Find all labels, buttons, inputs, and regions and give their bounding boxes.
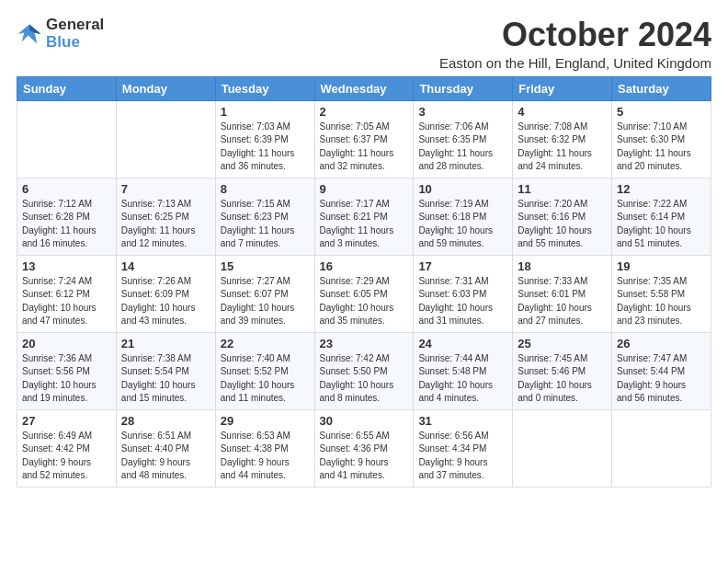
calendar-week-row-3: 13Sunrise: 7:24 AM Sunset: 6:12 PM Dayli… — [17, 255, 711, 332]
calendar-week-row-5: 27Sunrise: 6:49 AM Sunset: 4:42 PM Dayli… — [17, 409, 711, 487]
day-number: 5 — [617, 105, 706, 119]
day-info: Sunrise: 7:08 AM Sunset: 6:32 PM Dayligh… — [518, 121, 607, 174]
calendar-cell: 6Sunrise: 7:12 AM Sunset: 6:28 PM Daylig… — [17, 178, 117, 255]
day-number: 24 — [418, 337, 507, 350]
calendar-cell: 25Sunrise: 7:45 AM Sunset: 5:46 PM Dayli… — [513, 332, 612, 409]
day-info: Sunrise: 7:13 AM Sunset: 6:25 PM Dayligh… — [121, 198, 210, 251]
day-info: Sunrise: 7:05 AM Sunset: 6:37 PM Dayligh… — [320, 121, 409, 174]
calendar-week-row-2: 6Sunrise: 7:12 AM Sunset: 6:28 PM Daylig… — [17, 178, 711, 255]
day-number: 16 — [320, 259, 409, 273]
day-number: 26 — [617, 337, 706, 350]
logo: General Blue — [17, 17, 104, 51]
day-info: Sunrise: 7:35 AM Sunset: 5:58 PM Dayligh… — [617, 275, 706, 328]
calendar-week-row-1: 1Sunrise: 7:03 AM Sunset: 6:39 PM Daylig… — [17, 100, 711, 178]
calendar-cell: 20Sunrise: 7:36 AM Sunset: 5:56 PM Dayli… — [17, 332, 117, 409]
calendar-cell: 31Sunrise: 6:56 AM Sunset: 4:34 PM Dayli… — [414, 409, 513, 487]
calendar-header-row: Sunday Monday Tuesday Wednesday Thursday… — [17, 76, 711, 100]
day-info: Sunrise: 7:31 AM Sunset: 6:03 PM Dayligh… — [418, 275, 507, 328]
day-number: 27 — [22, 414, 111, 428]
day-number: 8 — [221, 182, 310, 196]
day-info: Sunrise: 7:19 AM Sunset: 6:18 PM Dayligh… — [418, 198, 507, 251]
day-number: 23 — [320, 337, 409, 350]
day-number: 28 — [121, 414, 210, 428]
calendar-cell: 27Sunrise: 6:49 AM Sunset: 4:42 PM Dayli… — [17, 409, 117, 487]
day-number: 22 — [221, 337, 310, 350]
day-number: 31 — [418, 414, 507, 428]
logo-text: General Blue — [46, 17, 104, 51]
day-number: 6 — [22, 182, 111, 196]
col-monday: Monday — [116, 76, 215, 100]
day-info: Sunrise: 7:33 AM Sunset: 6:01 PM Dayligh… — [518, 275, 607, 328]
calendar-cell: 26Sunrise: 7:47 AM Sunset: 5:44 PM Dayli… — [612, 332, 711, 409]
calendar-cell: 1Sunrise: 7:03 AM Sunset: 6:39 PM Daylig… — [215, 100, 314, 178]
calendar-cell: 5Sunrise: 7:10 AM Sunset: 6:30 PM Daylig… — [612, 100, 711, 178]
day-info: Sunrise: 6:56 AM Sunset: 4:34 PM Dayligh… — [418, 430, 507, 483]
calendar-cell: 18Sunrise: 7:33 AM Sunset: 6:01 PM Dayli… — [513, 255, 612, 332]
day-number: 10 — [418, 182, 507, 196]
calendar-cell: 14Sunrise: 7:26 AM Sunset: 6:09 PM Dayli… — [116, 255, 215, 332]
day-number: 2 — [320, 105, 409, 119]
day-number: 12 — [617, 182, 706, 196]
day-number: 14 — [121, 259, 210, 273]
calendar-cell: 4Sunrise: 7:08 AM Sunset: 6:32 PM Daylig… — [513, 100, 612, 178]
location-subtitle: Easton on the Hill, England, United King… — [439, 55, 711, 71]
day-number: 4 — [518, 105, 607, 119]
calendar-cell: 16Sunrise: 7:29 AM Sunset: 6:05 PM Dayli… — [314, 255, 414, 332]
day-number: 11 — [518, 182, 607, 196]
day-number: 18 — [518, 259, 607, 273]
calendar-cell — [116, 100, 215, 178]
day-info: Sunrise: 7:03 AM Sunset: 6:39 PM Dayligh… — [221, 121, 310, 174]
col-thursday: Thursday — [414, 76, 513, 100]
day-info: Sunrise: 7:17 AM Sunset: 6:21 PM Dayligh… — [320, 198, 409, 251]
calendar-cell: 21Sunrise: 7:38 AM Sunset: 5:54 PM Dayli… — [116, 332, 215, 409]
col-tuesday: Tuesday — [215, 76, 314, 100]
col-saturday: Saturday — [612, 76, 711, 100]
calendar-cell: 9Sunrise: 7:17 AM Sunset: 6:21 PM Daylig… — [314, 178, 414, 255]
page: General Blue October 2024 Easton on the … — [0, 0, 728, 497]
day-number: 7 — [121, 182, 210, 196]
logo-icon — [17, 21, 42, 47]
col-wednesday: Wednesday — [314, 76, 414, 100]
col-friday: Friday — [513, 76, 612, 100]
day-number: 1 — [221, 105, 310, 119]
calendar-cell — [612, 409, 711, 487]
day-number: 25 — [518, 337, 607, 350]
calendar-cell: 19Sunrise: 7:35 AM Sunset: 5:58 PM Dayli… — [612, 255, 711, 332]
day-info: Sunrise: 7:22 AM Sunset: 6:14 PM Dayligh… — [617, 198, 706, 251]
day-number: 3 — [418, 105, 507, 119]
title-block: October 2024 Easton on the Hill, England… — [439, 17, 711, 71]
day-info: Sunrise: 7:36 AM Sunset: 5:56 PM Dayligh… — [22, 352, 111, 406]
calendar-cell: 7Sunrise: 7:13 AM Sunset: 6:25 PM Daylig… — [116, 178, 215, 255]
day-info: Sunrise: 7:10 AM Sunset: 6:30 PM Dayligh… — [617, 121, 706, 174]
calendar-cell: 22Sunrise: 7:40 AM Sunset: 5:52 PM Dayli… — [215, 332, 314, 409]
calendar-cell: 29Sunrise: 6:53 AM Sunset: 4:38 PM Dayli… — [215, 409, 314, 487]
day-info: Sunrise: 6:55 AM Sunset: 4:36 PM Dayligh… — [320, 430, 409, 483]
day-number: 17 — [418, 259, 507, 273]
calendar-cell — [17, 100, 117, 178]
day-info: Sunrise: 7:44 AM Sunset: 5:48 PM Dayligh… — [418, 352, 507, 406]
day-info: Sunrise: 7:27 AM Sunset: 6:07 PM Dayligh… — [221, 275, 310, 328]
header: General Blue October 2024 Easton on the … — [17, 17, 711, 71]
day-number: 20 — [22, 337, 111, 350]
day-info: Sunrise: 7:24 AM Sunset: 6:12 PM Dayligh… — [22, 275, 111, 328]
calendar-cell: 3Sunrise: 7:06 AM Sunset: 6:35 PM Daylig… — [414, 100, 513, 178]
calendar-cell: 17Sunrise: 7:31 AM Sunset: 6:03 PM Dayli… — [414, 255, 513, 332]
day-info: Sunrise: 6:51 AM Sunset: 4:40 PM Dayligh… — [121, 430, 210, 483]
calendar-cell — [513, 409, 612, 487]
day-number: 19 — [617, 259, 706, 273]
calendar-cell: 2Sunrise: 7:05 AM Sunset: 6:37 PM Daylig… — [314, 100, 414, 178]
calendar-table: Sunday Monday Tuesday Wednesday Thursday… — [17, 76, 711, 488]
day-info: Sunrise: 7:45 AM Sunset: 5:46 PM Dayligh… — [518, 352, 607, 406]
day-info: Sunrise: 6:53 AM Sunset: 4:38 PM Dayligh… — [221, 430, 310, 483]
day-number: 29 — [221, 414, 310, 428]
day-info: Sunrise: 7:26 AM Sunset: 6:09 PM Dayligh… — [121, 275, 210, 328]
calendar-week-row-4: 20Sunrise: 7:36 AM Sunset: 5:56 PM Dayli… — [17, 332, 711, 409]
day-number: 13 — [22, 259, 111, 273]
calendar-cell: 30Sunrise: 6:55 AM Sunset: 4:36 PM Dayli… — [314, 409, 414, 487]
day-info: Sunrise: 7:40 AM Sunset: 5:52 PM Dayligh… — [221, 352, 310, 406]
day-info: Sunrise: 7:47 AM Sunset: 5:44 PM Dayligh… — [617, 352, 706, 406]
day-info: Sunrise: 7:06 AM Sunset: 6:35 PM Dayligh… — [418, 121, 507, 174]
calendar-cell: 12Sunrise: 7:22 AM Sunset: 6:14 PM Dayli… — [612, 178, 711, 255]
month-title: October 2024 — [439, 17, 711, 53]
calendar-cell: 28Sunrise: 6:51 AM Sunset: 4:40 PM Dayli… — [116, 409, 215, 487]
